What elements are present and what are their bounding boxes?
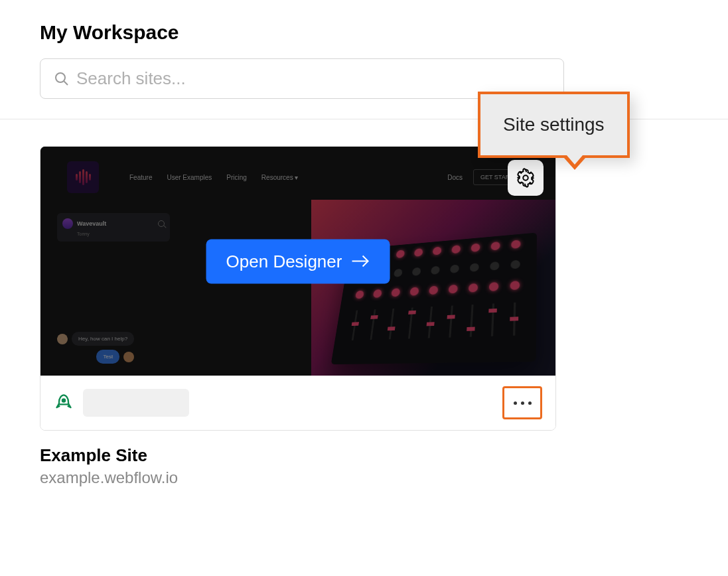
svg-point-0 [56,73,65,82]
status-pill [83,389,189,417]
more-icon [514,401,517,405]
rocket-icon [54,393,74,413]
search-icon [54,71,70,87]
gear-icon [516,168,536,188]
site-name: Example Site [40,445,688,466]
svg-line-1 [64,81,68,85]
site-card[interactable]: Feature User Examples Pricing Resources … [40,146,556,431]
more-options-button[interactable] [502,386,542,419]
svg-point-3 [523,175,528,180]
search-input[interactable] [76,68,550,89]
site-card-footer [40,376,555,430]
arrow-right-icon [351,255,370,268]
svg-point-4 [62,399,65,401]
site-settings-tooltip: Site settings [478,92,630,158]
page-title: My Workspace [40,21,688,44]
open-designer-button[interactable]: Open Designer [206,239,390,283]
site-preview: Feature User Examples Pricing Resources … [40,147,555,376]
site-settings-button[interactable] [508,160,544,196]
site-url[interactable]: example.webflow.io [40,468,688,487]
